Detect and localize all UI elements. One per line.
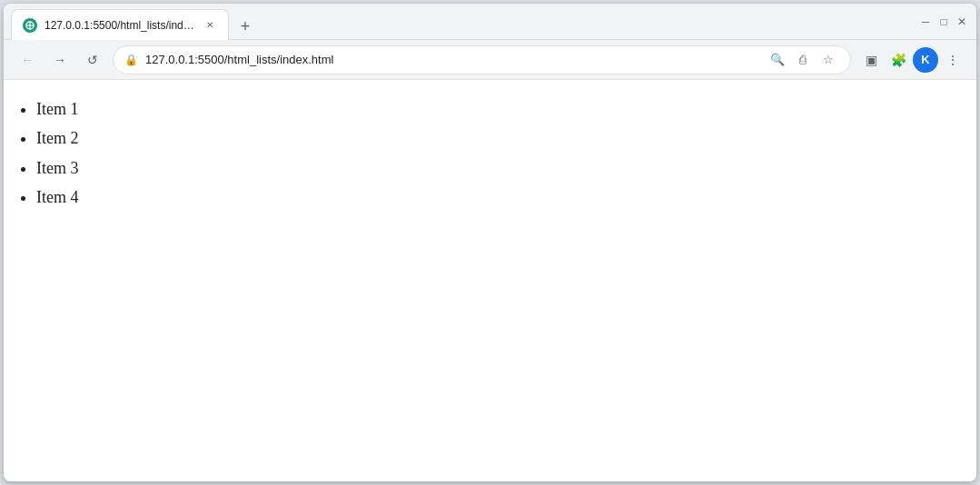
extensions-button[interactable]: 🧩 bbox=[886, 47, 911, 73]
more-options-button[interactable]: ⋮ bbox=[940, 47, 965, 73]
address-right-icons: 🔍 ⎙ ☆ bbox=[767, 49, 839, 71]
forward-button[interactable]: → bbox=[47, 47, 73, 73]
navigation-bar: ← → ↺ 🔒 127.0.0.1:5500/html_lists/index.… bbox=[4, 40, 976, 80]
search-icon[interactable]: 🔍 bbox=[767, 49, 788, 71]
main-list: Item 1Item 2Item 3Item 4 bbox=[18, 94, 962, 213]
window-minimize-button[interactable]: ─ bbox=[918, 15, 933, 29]
back-button[interactable]: ← bbox=[15, 47, 40, 73]
tabs-area: 127.0.0.1:5500/html_lists/index... ✕ + bbox=[11, 4, 918, 39]
share-icon[interactable]: ⎙ bbox=[792, 49, 814, 71]
tab-favicon bbox=[23, 18, 37, 33]
list-item: Item 1 bbox=[36, 94, 962, 124]
page-content: Item 1Item 2Item 3Item 4 bbox=[4, 80, 976, 481]
window-close-button[interactable]: ✕ bbox=[955, 15, 969, 29]
title-bar: 127.0.0.1:5500/html_lists/index... ✕ + ─… bbox=[4, 4, 976, 40]
favicon-icon bbox=[25, 21, 35, 30]
list-item: Item 3 bbox=[36, 153, 962, 183]
tab-close-button[interactable]: ✕ bbox=[203, 18, 217, 33]
bookmark-icon[interactable]: ☆ bbox=[817, 49, 839, 71]
window-maximize-button[interactable]: □ bbox=[936, 15, 951, 29]
window-controls: ─ □ ✕ bbox=[918, 15, 969, 29]
list-item: Item 2 bbox=[36, 124, 962, 153]
active-tab[interactable]: 127.0.0.1:5500/html_lists/index... ✕ bbox=[11, 9, 229, 40]
nav-right-controls: ▣ 🧩 K ⋮ bbox=[858, 47, 965, 73]
url-text: 127.0.0.1:5500/html_lists/index.html bbox=[145, 53, 759, 66]
new-tab-button[interactable]: + bbox=[233, 14, 258, 39]
profile-button[interactable]: K bbox=[913, 47, 938, 73]
address-bar[interactable]: 🔒 127.0.0.1:5500/html_lists/index.html 🔍… bbox=[113, 45, 851, 74]
lock-icon: 🔒 bbox=[124, 54, 138, 66]
tab-manager-button[interactable]: ▣ bbox=[858, 47, 884, 73]
browser-window: 127.0.0.1:5500/html_lists/index... ✕ + ─… bbox=[4, 4, 976, 481]
tab-title: 127.0.0.1:5500/html_lists/index... bbox=[45, 19, 195, 32]
reload-button[interactable]: ↺ bbox=[80, 47, 105, 73]
list-item: Item 4 bbox=[36, 183, 962, 212]
